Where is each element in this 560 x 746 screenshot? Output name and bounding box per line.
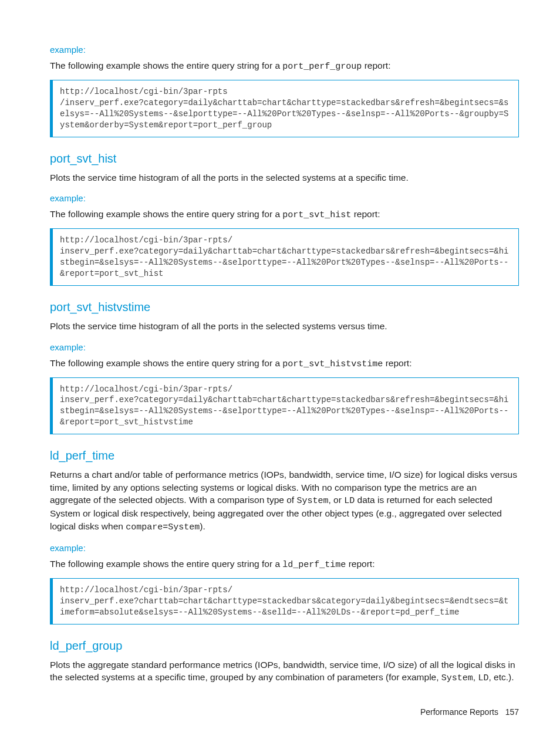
example-intro-post-0: report: [362,60,390,70]
heading-ld-perf-time: ld_perf_time [50,447,519,464]
desc4-p3: , etc.). [488,672,514,682]
desc3-c1: System [296,496,328,506]
example-intro-pre-2: The following example shows the entire q… [50,358,282,368]
desc-port-svt-hist: Plots the service time histogram of all … [50,171,519,184]
example-intro-pre-1: The following example shows the entire q… [50,209,282,219]
example-intro-code-2: port_svt_histvstime [282,359,383,369]
heading-port-svt-hist: port_svt_hist [50,150,519,167]
heading-port-svt-histvstime: port_svt_histvstime [50,299,519,315]
example-label-3: example: [50,542,519,554]
example-intro-2: The following example shows the entire q… [50,357,519,370]
example-intro-code-3: ld_perf_time [282,560,346,570]
code-block-0: http://localhost/cgi-bin/3par-rpts /inse… [50,80,519,137]
desc3-c3: compare=System [126,522,200,532]
example-intro-pre-3: The following example shows the entire q… [50,559,282,569]
example-intro-post-2: report: [383,358,411,368]
footer-section: Performance Reports [420,707,498,717]
desc3-p2: , or [328,495,344,505]
desc3-c2: LD [344,496,355,506]
code-block-3: http://localhost/cgi-bin/3par-rpts/ inse… [50,578,519,625]
example-label-1: example: [50,192,519,204]
desc3-p4: ). [200,521,205,531]
desc4-c2: LD [478,673,488,683]
desc-ld-perf-group: Plots the aggregate standard performance… [50,659,519,685]
page-footer: Performance Reports 157 [50,707,519,718]
example-label-0: example: [50,43,519,56]
example-intro-post-1: report: [351,209,380,219]
code-block-1: http://localhost/cgi-bin/3par-rpts/ inse… [50,228,519,286]
example-intro-1: The following example shows the entire q… [50,208,519,221]
desc-ld-perf-time: Returns a chart and/or table of performa… [50,468,519,534]
example-label-2: example: [50,341,519,353]
example-intro-code-0: port_perf_group [282,62,362,72]
code-block-2: http://localhost/cgi-bin/3par-rpts/ inse… [50,377,519,435]
desc4-c1: System [441,673,473,683]
example-intro-pre-0: The following example shows the entire q… [50,60,282,70]
footer-page: 157 [505,707,519,717]
example-intro-post-3: report: [346,559,375,569]
example-intro-3: The following example shows the entire q… [50,558,519,571]
heading-ld-perf-group: ld_perf_group [50,637,519,654]
example-intro-code-1: port_svt_hist [282,210,351,220]
desc-port-svt-histvstime: Plots the service time histogram of all … [50,320,519,333]
example-intro-0: The following example shows the entire q… [50,59,519,73]
